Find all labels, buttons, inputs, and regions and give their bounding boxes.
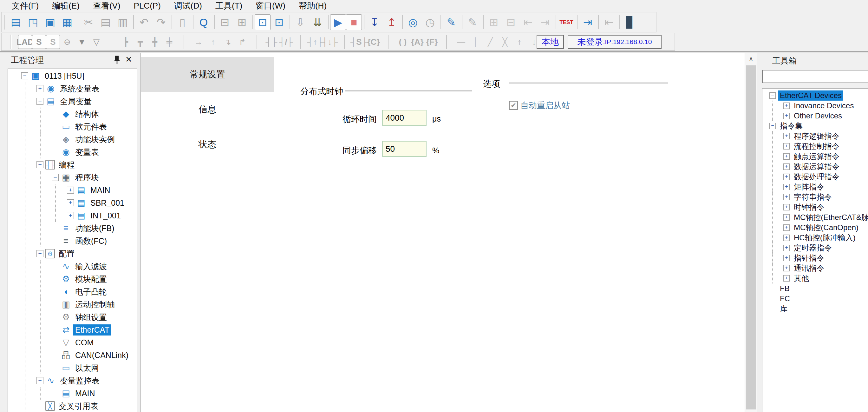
tree-item-input-filter[interactable]: ∿ 输入滤波 — [8, 260, 137, 273]
toolbox-item-others[interactable]: + 其他 — [763, 273, 868, 284]
cycle-time-input[interactable] — [382, 110, 427, 126]
open-project-icon[interactable]: ◳ — [24, 13, 41, 31]
login-icon[interactable]: ⇥ — [579, 13, 596, 31]
sync-offset-input[interactable] — [382, 141, 427, 157]
editor-vertical-scrollbar[interactable]: ∧ — [745, 53, 757, 412]
tree-item-program-blocks[interactable]: − ▦ 程序块 — [8, 171, 137, 184]
shift-left-icon[interactable]: ⇤ — [520, 13, 536, 31]
toolbox-item-data-processing[interactable]: + 数据处理指令 — [763, 172, 868, 182]
toolbox-item-mc-axis-canopen[interactable]: + MC轴控(CanOpen) — [763, 223, 868, 233]
sfc-step2-icon[interactable]: S — [46, 35, 60, 49]
tree-item-struct[interactable]: ◆ 结构体 — [8, 108, 137, 120]
tree-item-0113-h5u[interactable]: − ▣ 0113 [H5U] — [8, 69, 137, 82]
branch-grid-icon[interactable]: ╋ — [148, 35, 162, 49]
toolbox-item-other-devices[interactable]: + Other Devices — [763, 111, 868, 121]
toolbox-item-mc-axis-ethercat[interactable]: + MC轴控(EtherCAT&脉冲输出) — [763, 212, 868, 223]
tree-item-functions[interactable]: ≡ 函数(FC) — [8, 235, 137, 247]
toolbox-search-input[interactable] — [762, 70, 868, 83]
export-window-icon[interactable]: ⊡ — [271, 13, 288, 31]
coil-a-icon[interactable]: {A} — [410, 35, 425, 49]
trace-clock-icon[interactable]: ◷ — [422, 13, 439, 31]
tree-item-axis-group[interactable]: ⚙ 轴组设置 — [8, 311, 137, 323]
copy-icon[interactable]: ▤ — [97, 13, 114, 31]
expander-icon[interactable]: + — [783, 204, 790, 210]
expander-icon[interactable]: + — [783, 235, 790, 241]
tree-item-ethercat[interactable]: ⇄ EtherCAT — [8, 323, 137, 336]
tree-item-ethernet[interactable]: ▭ 以太网 — [8, 361, 137, 374]
pin-icon[interactable] — [113, 55, 121, 65]
tree-item-fb-instance[interactable]: ◈ 功能块实例 — [8, 133, 137, 146]
coil-c-icon[interactable]: {C} — [366, 35, 381, 49]
compile-all-icon[interactable]: ⇊ — [309, 13, 326, 31]
test-icon[interactable]: TEST — [558, 13, 575, 31]
lad-mode-icon[interactable]: LAD — [18, 35, 32, 49]
contact-rising-icon[interactable]: ┤↑├ — [308, 35, 322, 49]
paste-icon[interactable]: ▥ — [114, 13, 131, 31]
contact-no-icon[interactable]: ┤├ — [264, 35, 279, 49]
expander-icon[interactable]: + — [67, 187, 74, 194]
delete-icon[interactable]: ▯ — [174, 13, 191, 31]
tree-item-system-variable-table[interactable]: + ◉ 系统变量表 — [8, 82, 137, 95]
save-icon[interactable]: ▣ — [41, 13, 59, 31]
logout-icon[interactable]: ⇤ — [600, 13, 617, 31]
delete-line-icon[interactable]: ╱ — [483, 35, 498, 49]
toolbox-item-pointer[interactable]: + 指针指令 — [763, 253, 868, 263]
toolbox-item-string[interactable]: + 字符串指令 — [763, 192, 868, 202]
sfc-step-icon[interactable]: S — [32, 35, 46, 49]
local-button[interactable]: 本地 — [536, 35, 564, 49]
expander-icon[interactable]: + — [783, 113, 790, 119]
tree-item-function-blocks[interactable]: ≡ 功能块(FB) — [8, 222, 137, 235]
expander-icon[interactable]: + — [783, 245, 790, 251]
expander-icon[interactable]: + — [36, 85, 43, 92]
print-icon[interactable]: ⊟ — [216, 13, 234, 31]
expander-icon[interactable]: + — [783, 184, 790, 190]
step-end-icon[interactable]: ▽ — [89, 35, 104, 49]
expander-icon[interactable]: + — [783, 153, 790, 160]
expander-icon[interactable]: − — [36, 250, 43, 257]
expander-icon[interactable]: + — [783, 143, 790, 149]
menu-file[interactable]: 文件(F) — [5, 0, 45, 11]
online-edit-icon[interactable]: ✎ — [443, 13, 460, 31]
toolbox-item-ethercat-devices[interactable]: − EtherCAT Devices — [763, 90, 868, 100]
expander-icon[interactable]: − — [36, 161, 43, 168]
tree-item-monitor-main[interactable]: ▤ MAIN — [8, 387, 137, 400]
toolbox-item-library[interactable]: 库 — [763, 304, 868, 314]
login-status-button[interactable]: 未登录:IP:192.168.0.10 — [568, 35, 661, 49]
print-preview-icon[interactable]: ⊞ — [234, 13, 251, 31]
toolbox-item-flow-control[interactable]: + 流程控制指令 — [763, 141, 868, 151]
menu-plc[interactable]: PLC(P) — [127, 0, 167, 11]
branch-close-icon[interactable]: ╪ — [162, 35, 177, 49]
auto-restart-checkbox[interactable]: ✔ — [509, 101, 518, 110]
menu-view[interactable]: 查看(V) — [86, 0, 127, 11]
insert-network-icon[interactable]: ⊞ — [485, 13, 502, 31]
expander-icon[interactable]: + — [783, 214, 790, 220]
toolbox-item-communication[interactable]: + 通讯指令 — [763, 263, 868, 273]
toolbox-item-contact-operation[interactable]: + 触点运算指令 — [763, 151, 868, 161]
toolbox-item-fc[interactable]: FC — [763, 294, 868, 304]
tree-item-main[interactable]: + ▤ MAIN — [8, 184, 137, 197]
tree-item-global-variables[interactable]: − ▤ 全局变量 — [8, 95, 137, 108]
menu-help[interactable]: 帮助(H) — [292, 0, 333, 11]
close-icon[interactable]: ✕ — [124, 55, 133, 64]
expander-icon[interactable]: + — [67, 212, 74, 219]
toolbox-item-data-operation[interactable]: + 数据运算指令 — [763, 161, 868, 172]
toolbox-item-fb[interactable]: FB — [763, 284, 868, 294]
delete-network-icon[interactable]: ⊟ — [502, 13, 520, 31]
save-all-icon[interactable]: ▦ — [59, 13, 76, 31]
tree-item-cross-reference[interactable]: ╳ 交叉引用表 — [8, 400, 137, 412]
menu-edit[interactable]: 编辑(E) — [45, 0, 86, 11]
scrollbar-thumb[interactable] — [746, 65, 756, 409]
contact-nc-icon[interactable]: ┤/├ — [279, 35, 293, 49]
scrollbar-up-icon[interactable]: ∧ — [745, 53, 757, 65]
cut-icon[interactable]: ✂ — [80, 13, 97, 31]
coil-icon[interactable]: ( ) — [396, 35, 410, 49]
device-rack-icon[interactable]: ▊ — [622, 13, 639, 31]
expander-icon[interactable]: + — [783, 133, 790, 139]
undo-icon[interactable]: ↶ — [135, 13, 153, 31]
tree-item-device-table[interactable]: ▭ 软元件表 — [8, 120, 137, 133]
project-window-icon[interactable]: ⊡ — [255, 14, 271, 30]
toolbox-item-instruction-set[interactable]: − 指令集 — [763, 121, 868, 131]
toolbox-item-program-logic[interactable]: + 程序逻辑指令 — [763, 131, 868, 141]
expander-icon[interactable]: + — [783, 225, 790, 231]
hline-icon[interactable]: — — [454, 35, 468, 49]
